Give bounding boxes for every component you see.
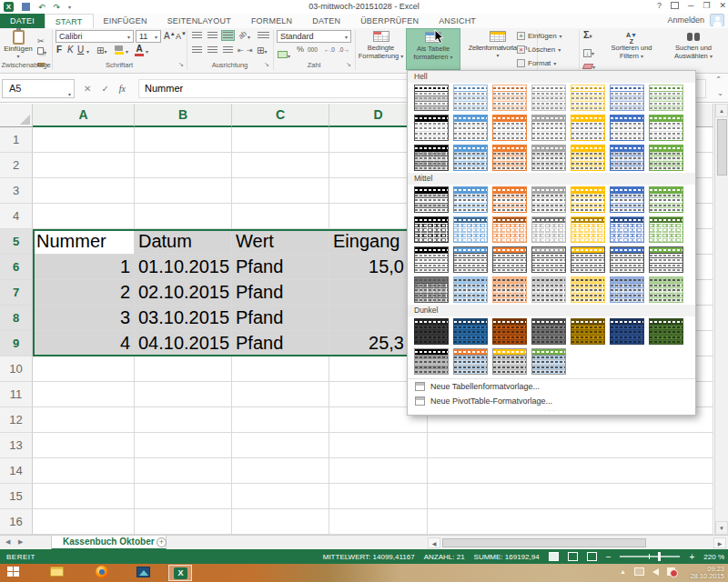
cell-A10[interactable]: [33, 356, 135, 382]
bold-button[interactable]: F: [56, 45, 62, 55]
table-style-swatch[interactable]: [414, 145, 449, 171]
cell-B4[interactable]: [135, 204, 232, 229]
cell-E15[interactable]: [428, 484, 713, 509]
cell-A5[interactable]: Nummer: [33, 229, 135, 255]
cell-A15[interactable]: [33, 484, 135, 509]
cell-A4[interactable]: [33, 204, 135, 229]
collapse-ribbon-icon[interactable]: ⌃: [715, 75, 722, 84]
table-style-swatch[interactable]: [531, 115, 566, 141]
cell-E14[interactable]: [428, 458, 713, 484]
cancel-entry-icon[interactable]: ✕: [84, 84, 91, 94]
tab-ansicht[interactable]: ANSICHT: [429, 14, 486, 28]
cell-C4[interactable]: [232, 204, 329, 229]
vertical-scrollbar-thumb[interactable]: [717, 119, 727, 176]
cell-B11[interactable]: [135, 382, 232, 407]
table-style-swatch[interactable]: [492, 348, 527, 375]
firefox-icon[interactable]: [96, 566, 108, 578]
row-header-13[interactable]: 13: [0, 433, 33, 458]
cell-B2[interactable]: [135, 153, 232, 178]
row-header-9[interactable]: 9: [0, 331, 33, 356]
cell-A9[interactable]: 4: [33, 331, 135, 356]
table-style-swatch[interactable]: [492, 115, 527, 141]
scroll-left-icon[interactable]: ◀: [428, 537, 440, 548]
cell-B12[interactable]: [135, 407, 232, 433]
comma-style-button[interactable]: 000: [308, 46, 318, 53]
start-button[interactable]: [7, 567, 21, 578]
underline-dropdown-icon[interactable]: ▾: [86, 48, 89, 55]
scroll-down-icon[interactable]: ▼: [715, 521, 728, 535]
cell-B14[interactable]: [135, 458, 232, 484]
cell-D16[interactable]: [329, 509, 428, 535]
gallery-resize-grip[interactable]: ····: [408, 408, 695, 415]
restore-button[interactable]: ❐: [703, 1, 710, 10]
cell-A7[interactable]: 2: [33, 280, 135, 306]
cell-B3[interactable]: [135, 178, 232, 204]
align-right-button[interactable]: [221, 45, 235, 55]
table-style-swatch[interactable]: [453, 318, 488, 345]
table-style-swatch[interactable]: [571, 186, 605, 213]
italic-button[interactable]: K: [67, 45, 74, 55]
table-style-swatch[interactable]: [492, 246, 527, 273]
cell-C12[interactable]: [232, 407, 329, 433]
number-dialog-launcher-icon[interactable]: ↘: [346, 61, 351, 68]
expand-formula-bar-icon[interactable]: ⌄: [717, 89, 723, 97]
cell-A13[interactable]: [33, 433, 135, 458]
table-style-swatch[interactable]: [531, 246, 566, 273]
table-style-swatch[interactable]: [531, 216, 566, 243]
cell-B5[interactable]: Datum: [135, 229, 232, 255]
sheet-nav-left-icon[interactable]: ◀: [5, 538, 10, 546]
row-header-15[interactable]: 15: [0, 484, 33, 509]
table-style-swatch[interactable]: [453, 276, 488, 303]
tab-überprüfen[interactable]: ÜBERPRÜFEN: [350, 14, 429, 28]
cell-B6[interactable]: 01.10.2015: [135, 255, 232, 280]
select-all-corner[interactable]: [0, 104, 33, 127]
table-style-swatch[interactable]: [571, 216, 605, 243]
ribbon-display-options-icon[interactable]: [671, 2, 679, 9]
normal-view-icon[interactable]: [549, 552, 559, 561]
decrease-indent-button[interactable]: ⇤: [238, 46, 244, 55]
wrap-text-button[interactable]: [257, 30, 270, 41]
orientation-dropdown-icon[interactable]: ▾: [248, 34, 250, 40]
cell-A11[interactable]: [33, 382, 135, 407]
percent-style-button[interactable]: %: [297, 45, 304, 54]
table-style-swatch[interactable]: [571, 246, 605, 273]
align-top-button[interactable]: [190, 30, 204, 41]
zoom-level[interactable]: 220 %: [703, 553, 724, 561]
table-style-swatch[interactable]: [610, 318, 644, 345]
zoom-in-icon[interactable]: +: [689, 552, 694, 562]
sheet-tab-active[interactable]: Kassenbuch Oktober: [51, 536, 167, 550]
cell-B13[interactable]: [135, 433, 232, 458]
cell-A8[interactable]: 3: [33, 306, 135, 331]
table-style-swatch[interactable]: [453, 115, 488, 141]
accounting-format-button[interactable]: ▾: [278, 45, 290, 62]
table-style-swatch[interactable]: [453, 85, 488, 111]
table-style-swatch[interactable]: [414, 348, 449, 375]
table-style-swatch[interactable]: [453, 145, 488, 171]
column-header-A[interactable]: A: [33, 104, 135, 127]
table-style-swatch[interactable]: [453, 246, 488, 273]
vertical-scrollbar[interactable]: ▲ ▼: [714, 104, 728, 535]
zoom-slider[interactable]: [620, 556, 680, 557]
font-size-combo[interactable]: 11▾: [136, 30, 161, 43]
orientation-button[interactable]: ab: [237, 29, 248, 41]
cell-D14[interactable]: [329, 458, 428, 484]
table-style-swatch[interactable]: [610, 216, 644, 243]
align-left-button[interactable]: [190, 45, 204, 55]
horizontal-scrollbar[interactable]: ◀ ▶: [428, 537, 726, 548]
new-table-style-item[interactable]: Neue Tabellenformatvorlage...: [408, 379, 695, 394]
cell-B10[interactable]: [135, 356, 232, 382]
table-style-swatch[interactable]: [414, 115, 449, 141]
table-style-swatch[interactable]: [414, 276, 449, 303]
tab-start[interactable]: START: [45, 14, 94, 28]
tab-formeln[interactable]: FORMELN: [241, 14, 302, 28]
cell-C8[interactable]: Pfand: [232, 306, 329, 331]
cell-C14[interactable]: [232, 458, 329, 484]
table-style-swatch[interactable]: [571, 318, 605, 345]
font-color-button[interactable]: A: [135, 44, 144, 56]
action-center-flag-icon[interactable]: [667, 567, 675, 576]
number-format-combo[interactable]: Standard▾: [277, 30, 351, 43]
font-name-combo[interactable]: Calibri▾: [56, 30, 134, 43]
table-style-swatch[interactable]: [649, 186, 683, 213]
photo-viewer-icon[interactable]: [136, 567, 150, 577]
table-style-swatch[interactable]: [531, 348, 566, 375]
